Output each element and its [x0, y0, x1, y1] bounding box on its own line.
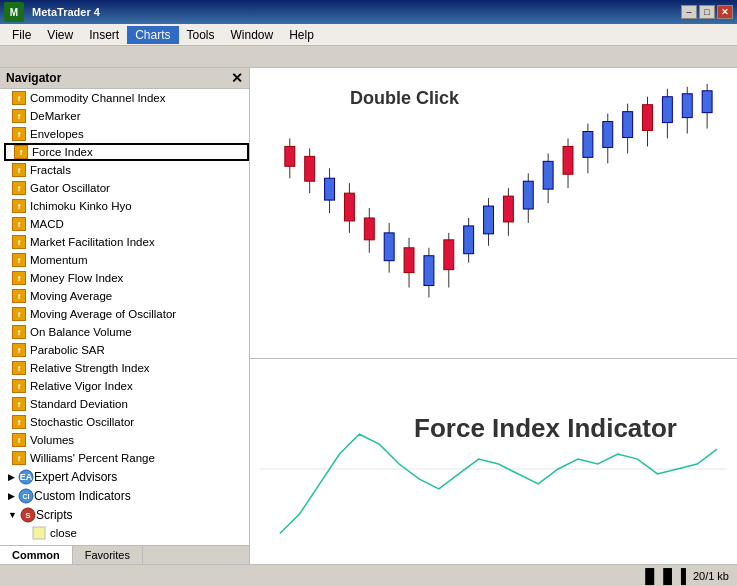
nav-item-label: Market Facilitation Index [30, 236, 155, 248]
navigator-close-button[interactable]: ✕ [231, 70, 243, 86]
svg-rect-8 [285, 146, 295, 166]
indicator-icon: f [14, 145, 28, 159]
nav-item-rvi[interactable]: f Relative Vigor Index [4, 377, 249, 395]
nav-item-label: DeMarker [30, 110, 80, 122]
svg-rect-40 [603, 122, 613, 148]
nav-item-force-index[interactable]: f Force Index [4, 143, 249, 161]
nav-item-mfi-money[interactable]: f Money Flow Index [4, 269, 249, 287]
indicator-icon: f [12, 91, 26, 105]
svg-rect-28 [484, 206, 494, 234]
navigator-header: Navigator ✕ [0, 68, 249, 89]
indicator-icon: f [12, 361, 26, 375]
navigator-content: f Commodity Channel Index f DeMarker f E… [0, 89, 249, 545]
nav-item-momentum[interactable]: f Momentum [4, 251, 249, 269]
nav-section-label: Custom Indicators [34, 489, 131, 503]
toolbar [0, 46, 737, 68]
nav-item-cci[interactable]: f Commodity Channel Index [4, 89, 249, 107]
menu-charts[interactable]: Charts [127, 26, 178, 44]
nav-item-stochastic[interactable]: f Stochastic Oscillator [4, 413, 249, 431]
nav-item-label: Williams' Percent Range [30, 452, 155, 464]
nav-item-label: Ichimoku Kinko Hyo [30, 200, 132, 212]
menu-insert[interactable]: Insert [81, 26, 127, 44]
navigator-scroll[interactable]: f Commodity Channel Index f DeMarker f E… [0, 89, 249, 545]
nav-item-close-script[interactable]: close [4, 524, 249, 542]
nav-item-obv[interactable]: f On Balance Volume [4, 323, 249, 341]
status-info: ▐▌▐▌▐ 20/1 kb [640, 568, 729, 584]
nav-item-rsi[interactable]: f Relative Strength Index [4, 359, 249, 377]
nav-item-label: Momentum [30, 254, 88, 266]
navigator-title: Navigator [6, 71, 61, 85]
expand-icon: ▼ [8, 510, 17, 520]
menu-file[interactable]: File [4, 26, 39, 44]
force-index-svg [260, 384, 727, 554]
nav-item-ichimoku[interactable]: f Ichimoku Kinko Hyo [4, 197, 249, 215]
maximize-button[interactable]: □ [699, 5, 715, 19]
nav-item-label: Relative Vigor Index [30, 380, 133, 392]
svg-rect-46 [662, 97, 672, 123]
close-button[interactable]: ✕ [717, 5, 733, 19]
menu-help[interactable]: Help [281, 26, 322, 44]
indicator-icon: f [12, 397, 26, 411]
svg-rect-16 [364, 218, 374, 240]
nav-item-label: Moving Average of Oscillator [30, 308, 176, 320]
chart-divider [250, 358, 737, 359]
nav-section-custom[interactable]: ▶ CI Custom Indicators [4, 486, 249, 505]
nav-item-moving-avg-osc[interactable]: f Moving Average of Oscillator [4, 305, 249, 323]
nav-item-parabolic[interactable]: f Parabolic SAR [4, 341, 249, 359]
indicator-icon: f [12, 325, 26, 339]
svg-rect-34 [543, 161, 553, 189]
nav-section-label: Expert Advisors [34, 470, 117, 484]
indicator-icon: f [12, 343, 26, 357]
svg-rect-42 [623, 112, 633, 138]
nav-item-moving-avg[interactable]: f Moving Average [4, 287, 249, 305]
nav-item-std-dev[interactable]: f Standard Deviation [4, 395, 249, 413]
nav-item-mfi-market[interactable]: f Market Facilitation Index [4, 233, 249, 251]
svg-rect-48 [682, 94, 692, 118]
nav-item-label: Envelopes [30, 128, 84, 140]
nav-item-label: Standard Deviation [30, 398, 128, 410]
force-index-indicator-label: Force Index Indicator [414, 413, 677, 444]
svg-rect-14 [344, 193, 354, 221]
indicator-icon: f [12, 415, 26, 429]
svg-rect-38 [583, 132, 593, 158]
svg-rect-22 [424, 256, 434, 286]
custom-indicators-icon: CI [18, 488, 34, 504]
svg-rect-44 [643, 105, 653, 131]
tab-favorites[interactable]: Favorites [73, 546, 143, 564]
title-bar: M MetaTrader 4 – □ ✕ [0, 0, 737, 24]
title-bar-controls[interactable]: – □ ✕ [681, 5, 733, 19]
status-bars-icon: ▐▌▐▌▐ [640, 568, 685, 584]
nav-item-volumes[interactable]: f Volumes [4, 431, 249, 449]
menu-tools[interactable]: Tools [179, 26, 223, 44]
expand-icon: ▶ [8, 491, 15, 501]
svg-rect-18 [384, 233, 394, 261]
expand-icon: ▶ [8, 472, 15, 482]
nav-item-gator[interactable]: f Gator Oscillator [4, 179, 249, 197]
nav-item-macd[interactable]: f MACD [4, 215, 249, 233]
status-bars-text: 20/1 kb [693, 570, 729, 582]
nav-item-label: Parabolic SAR [30, 344, 105, 356]
nav-item-label: On Balance Volume [30, 326, 132, 338]
menu-view[interactable]: View [39, 26, 81, 44]
status-bar: ▐▌▐▌▐ 20/1 kb [0, 564, 737, 586]
navigator-tabs: Common Favorites [0, 545, 249, 564]
indicator-icon: f [12, 235, 26, 249]
title-bar-left: M MetaTrader 4 [4, 2, 100, 22]
minimize-button[interactable]: – [681, 5, 697, 19]
nav-item-williams[interactable]: f Williams' Percent Range [4, 449, 249, 467]
tab-common[interactable]: Common [0, 546, 73, 564]
menu-window[interactable]: Window [223, 26, 282, 44]
candlestick-chart [260, 78, 727, 348]
nav-item-fractals[interactable]: f Fractals [4, 161, 249, 179]
indicator-icon: f [12, 451, 26, 465]
script-file-icon [32, 526, 46, 540]
svg-rect-32 [523, 181, 533, 209]
nav-section-expert[interactable]: ▶ EA Expert Advisors [4, 467, 249, 486]
svg-rect-50 [702, 91, 712, 113]
nav-item-envelopes[interactable]: f Envelopes [4, 125, 249, 143]
svg-rect-12 [325, 178, 335, 200]
nav-item-demarker[interactable]: f DeMarker [4, 107, 249, 125]
nav-item-label: Volumes [30, 434, 74, 446]
nav-item-label: Stochastic Oscillator [30, 416, 134, 428]
nav-section-scripts[interactable]: ▼ S Scripts [4, 505, 249, 524]
